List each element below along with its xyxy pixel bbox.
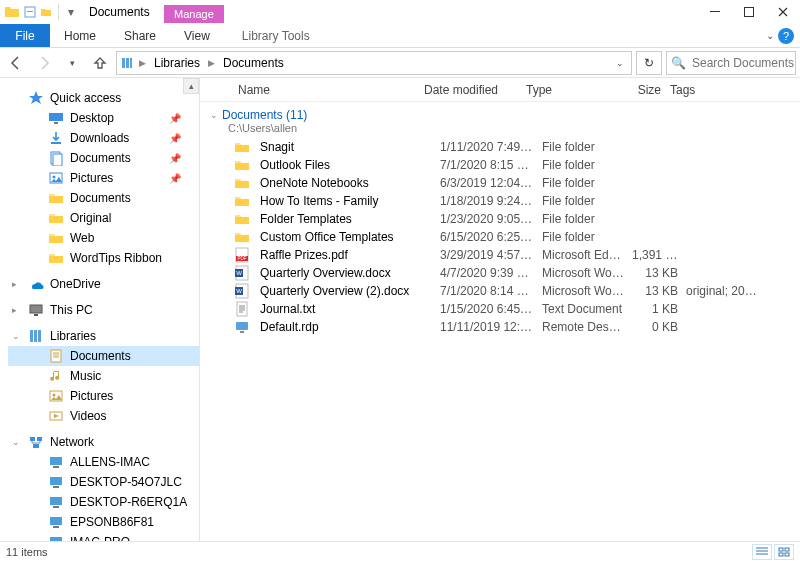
close-button[interactable] bbox=[766, 0, 800, 24]
file-name: Quarterly Overview (2).docx bbox=[256, 284, 436, 298]
tree-expander-icon[interactable]: ⌄ bbox=[12, 437, 22, 447]
search-input[interactable] bbox=[690, 55, 800, 71]
file-row[interactable]: Default.rdp11/11/2019 12:13 ...Remote De… bbox=[200, 318, 800, 336]
qat-dropdown-icon[interactable]: ▾ bbox=[65, 6, 77, 18]
tab-view[interactable]: View bbox=[170, 24, 224, 47]
svg-rect-1 bbox=[27, 11, 33, 12]
tree-item-desktop-r6erq1a[interactable]: DESKTOP-R6ERQ1A bbox=[8, 492, 199, 512]
tree-item-pictures[interactable]: Pictures bbox=[8, 386, 199, 406]
tree-expander-icon[interactable]: ▸ bbox=[12, 279, 22, 289]
pin-icon: 📌 bbox=[169, 173, 181, 184]
crumb-sep-icon[interactable]: ▶ bbox=[206, 58, 217, 68]
folder-icon bbox=[234, 193, 250, 209]
tree-item-epsonb86f81[interactable]: EPSONB86F81 bbox=[8, 512, 199, 532]
tab-share[interactable]: Share bbox=[110, 24, 170, 47]
tree-item-desktop[interactable]: Desktop📌 bbox=[8, 108, 199, 128]
column-date-modified[interactable]: Date modified bbox=[420, 78, 522, 101]
file-row[interactable]: Snagit1/11/2020 7:49 PMFile folder bbox=[200, 138, 800, 156]
column-type[interactable]: Type bbox=[522, 78, 612, 101]
tree-item-web[interactable]: Web bbox=[8, 228, 199, 248]
svg-rect-5 bbox=[126, 58, 129, 68]
file-row[interactable]: Folder Templates1/23/2020 9:05 AMFile fo… bbox=[200, 210, 800, 228]
tree-item-documents[interactable]: Documents bbox=[8, 346, 199, 366]
tree-expander-icon[interactable]: ▸ bbox=[12, 305, 22, 315]
tree-libraries[interactable]: ⌄Libraries bbox=[8, 326, 199, 346]
nav-scroll-up-icon[interactable]: ▴ bbox=[183, 78, 199, 94]
tree-onedrive[interactable]: ▸OneDrive bbox=[8, 274, 199, 294]
qat-properties-icon[interactable] bbox=[24, 6, 36, 18]
group-header[interactable]: ⌄ Documents (11) bbox=[200, 102, 800, 122]
group-path: C:\Users\allen bbox=[200, 122, 800, 134]
tree-item-allens-imac[interactable]: ALLENS-IMAC bbox=[8, 452, 199, 472]
tree-item-documents[interactable]: Documents bbox=[8, 188, 199, 208]
file-row[interactable]: WQuarterly Overview (2).docx7/1/2020 8:1… bbox=[200, 282, 800, 300]
folder-icon bbox=[48, 250, 64, 266]
recent-locations-button[interactable]: ▾ bbox=[60, 51, 84, 75]
address-bar[interactable]: ▶ Libraries ▶ Documents ⌄ bbox=[116, 51, 632, 75]
file-row[interactable]: WQuarterly Overview.docx4/7/2020 9:39 PM… bbox=[200, 264, 800, 282]
tree-item-videos[interactable]: Videos bbox=[8, 406, 199, 426]
minimize-button[interactable] bbox=[698, 0, 732, 24]
tree-item-wordtips-ribbon[interactable]: WordTips Ribbon bbox=[8, 248, 199, 268]
tab-library-tools[interactable]: Library Tools bbox=[232, 24, 320, 47]
crumb-sep-icon[interactable]: ▶ bbox=[137, 58, 148, 68]
ribbon-context-tab[interactable]: Manage bbox=[164, 5, 224, 23]
forward-button[interactable] bbox=[32, 51, 56, 75]
tree-expander-icon[interactable]: ⌄ bbox=[12, 331, 22, 341]
column-name[interactable]: Name bbox=[234, 78, 420, 101]
details-view-button[interactable] bbox=[752, 544, 772, 560]
computer-icon bbox=[48, 534, 64, 541]
svg-rect-34 bbox=[50, 537, 62, 541]
group-expander-icon[interactable]: ⌄ bbox=[210, 110, 218, 120]
tab-home[interactable]: Home bbox=[50, 24, 110, 47]
tree-item-pictures[interactable]: Pictures📌 bbox=[8, 168, 199, 188]
address-dropdown-icon[interactable]: ⌄ bbox=[611, 58, 629, 68]
svg-rect-57 bbox=[785, 553, 789, 556]
quick-access-icon bbox=[28, 90, 44, 106]
file-row[interactable]: How To Items - Family1/18/2019 9:24 AMFi… bbox=[200, 192, 800, 210]
file-row[interactable]: OneNote Notebooks6/3/2019 12:04 PMFile f… bbox=[200, 174, 800, 192]
file-date: 6/15/2020 6:25 PM bbox=[436, 230, 538, 244]
tree-item-imac-pro[interactable]: IMAC-PRO bbox=[8, 532, 199, 541]
file-type: Microsoft Edge ... bbox=[538, 248, 628, 262]
file-row[interactable]: PDFRaffle Prizes.pdf3/29/2019 4:57 PMMic… bbox=[200, 246, 800, 264]
tree-item-documents[interactable]: Documents📌 bbox=[8, 148, 199, 168]
tree-quick-access[interactable]: Quick access bbox=[8, 88, 199, 108]
help-icon[interactable]: ? bbox=[778, 28, 794, 44]
tree-network[interactable]: ⌄Network bbox=[8, 432, 199, 452]
file-date: 7/1/2020 8:14 PM bbox=[436, 284, 538, 298]
file-row[interactable]: Custom Office Templates6/15/2020 6:25 PM… bbox=[200, 228, 800, 246]
breadcrumb-documents[interactable]: Documents bbox=[219, 56, 288, 70]
breadcrumb-libraries[interactable]: Libraries bbox=[150, 56, 204, 70]
qat-new-folder-icon[interactable] bbox=[40, 6, 52, 18]
svg-rect-16 bbox=[30, 330, 33, 342]
column-size[interactable]: Size bbox=[612, 78, 666, 101]
tree-item-downloads[interactable]: Downloads📌 bbox=[8, 128, 199, 148]
maximize-button[interactable] bbox=[732, 0, 766, 24]
tree-this-pc[interactable]: ▸This PC bbox=[8, 300, 199, 320]
column-tags[interactable]: Tags bbox=[666, 78, 716, 101]
pictures-icon bbox=[48, 170, 64, 186]
up-button[interactable] bbox=[88, 51, 112, 75]
ribbon-expand-icon[interactable]: ⌄ bbox=[766, 30, 774, 41]
tree-item-desktop-54o7jlc[interactable]: DESKTOP-54O7JLC bbox=[8, 472, 199, 492]
navigation-pane[interactable]: ▴ Quick accessDesktop📌Downloads📌Document… bbox=[0, 78, 200, 541]
file-row[interactable]: Journal.txt1/15/2020 6:45 PMText Documen… bbox=[200, 300, 800, 318]
svg-rect-6 bbox=[130, 58, 132, 68]
downloads-icon bbox=[48, 130, 64, 146]
tree-item-original[interactable]: Original bbox=[8, 208, 199, 228]
file-row[interactable]: Outlook Files7/1/2020 8:15 PMFile folder bbox=[200, 156, 800, 174]
tree-item-label: Pictures bbox=[70, 171, 113, 185]
documents-icon bbox=[48, 150, 64, 166]
large-icons-view-button[interactable] bbox=[774, 544, 794, 560]
back-button[interactable] bbox=[4, 51, 28, 75]
svg-rect-32 bbox=[50, 517, 62, 525]
tree-item-music[interactable]: Music bbox=[8, 366, 199, 386]
refresh-button[interactable]: ↻ bbox=[636, 51, 662, 75]
file-type: Microsoft Word... bbox=[538, 266, 628, 280]
tree-item-label: Pictures bbox=[70, 389, 113, 403]
pin-icon: 📌 bbox=[169, 133, 181, 144]
search-box[interactable]: 🔍 bbox=[666, 51, 796, 75]
file-tab[interactable]: File bbox=[0, 24, 50, 47]
folder-icon bbox=[48, 190, 64, 206]
